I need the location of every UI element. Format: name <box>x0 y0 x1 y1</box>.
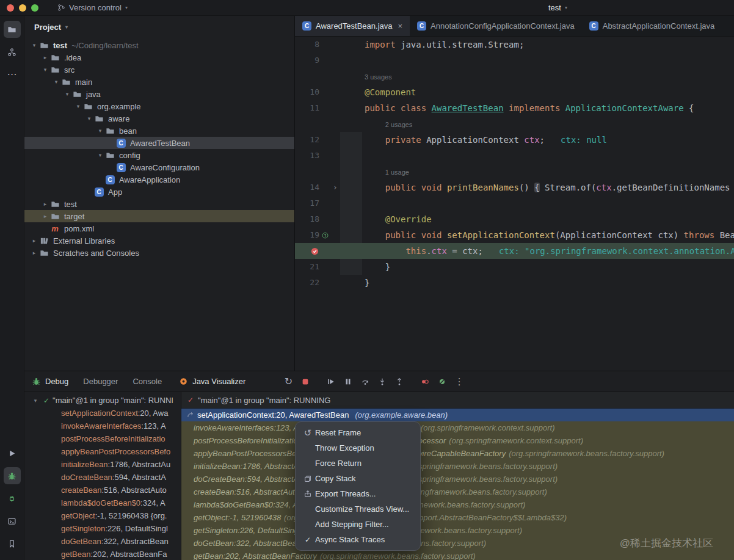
activity-debug-icon[interactable] <box>4 467 21 484</box>
code-vision-row[interactable]: 1 usage <box>295 164 734 180</box>
tab-console[interactable]: Console <box>133 377 162 386</box>
editor-tab-1[interactable]: CAnnotationConfigApplicationContext.java <box>410 16 582 36</box>
line-number[interactable] <box>295 247 319 256</box>
minimize-window-button[interactable] <box>19 4 26 12</box>
stack-frame-row[interactable]: getObject:-1, 521960438 (org.springframe… <box>181 511 734 524</box>
stack-frame-row[interactable]: applyBeanPostProcessorsBeforeInitializat… <box>181 447 734 460</box>
activity-project-icon[interactable] <box>4 21 21 38</box>
thread-frame-row[interactable]: createBean:516, AbstractAuto <box>24 484 181 496</box>
stack-frame-row[interactable]: postProcessBeforeInitialization:102, App… <box>181 434 734 447</box>
tree-item-config[interactable]: ▾config <box>24 149 294 161</box>
chevron-down-icon[interactable]: ▾ <box>84 115 94 122</box>
stop-icon[interactable] <box>298 374 313 389</box>
line-number[interactable]: 19 <box>295 227 319 243</box>
tree-item-test[interactable]: ▸test <box>24 198 294 210</box>
more-vertical-icon[interactable]: ⋮ <box>452 374 467 389</box>
stack-frame-row[interactable]: getBean:202, AbstractBeanFactory(org.spr… <box>181 550 734 560</box>
thread-frame-row[interactable]: applyBeanPostProcessorsBefo <box>24 445 181 458</box>
thread-frame-row[interactable]: getBean:202, AbstractBeanFa <box>24 548 181 560</box>
menu-item-export-threads[interactable]: Export Threads... <box>296 486 420 501</box>
thread-frame-row[interactable]: lambda$doGetBean$0:324, A <box>24 496 181 509</box>
line-number[interactable]: 12 <box>295 132 319 148</box>
code-vision-row[interactable]: 2 usages <box>295 116 734 132</box>
code-line-10[interactable]: 10@Component <box>295 84 734 100</box>
fold-collapsed-icon[interactable]: › <box>330 180 340 195</box>
chevron-right-icon[interactable]: ▸ <box>29 250 39 256</box>
code-line-8[interactable]: 8import java.util.stream.Stream; <box>295 37 734 53</box>
step-over-icon[interactable] <box>358 374 372 389</box>
line-number[interactable]: 10 <box>295 84 319 100</box>
activity-bookmark-icon[interactable] <box>4 535 21 552</box>
stack-frame-row[interactable]: createBean:516, AbstractAutowireCapableB… <box>181 485 734 498</box>
code-line-18[interactable]: 18 @Override <box>295 211 734 227</box>
chevron-down-icon[interactable]: ▾ <box>51 79 61 85</box>
tree-item-app[interactable]: CApp <box>24 186 294 198</box>
tree-item--idea[interactable]: ▸.idea <box>24 51 294 64</box>
tab-debugger[interactable]: Debugger <box>83 377 118 386</box>
stack-frame-row[interactable]: doCreateBean:594, AbstractAutowireCapabl… <box>181 473 734 485</box>
frames-header-row[interactable]: ✓ "main"@1 in group "main": RUNNING <box>181 392 734 409</box>
line-number[interactable]: 8 <box>295 37 319 53</box>
code-line-12[interactable]: 12 private ApplicationContext ctx;ctx: n… <box>295 132 734 148</box>
chevron-down-icon[interactable]: ▾ <box>95 128 105 134</box>
line-number[interactable]: 14 <box>295 180 319 195</box>
activity-terminal-icon[interactable] <box>4 512 21 529</box>
stack-frame-row[interactable]: invokeAwareInterfaces:123, ApplicationCo… <box>181 421 734 434</box>
view-breakpoints-icon[interactable] <box>418 374 432 389</box>
code-line-19[interactable]: 19 public void setApplicationContext(App… <box>295 227 734 243</box>
thread-frame-row[interactable]: setApplicationContext:20, Awa <box>24 407 181 420</box>
line-number[interactable]: 11 <box>295 100 319 116</box>
tree-item-pom-xml[interactable]: mpom.xml <box>24 222 294 235</box>
tree-item-awareapplication[interactable]: CAwareApplication <box>24 173 294 186</box>
tree-item-java[interactable]: ▾java <box>24 88 294 100</box>
code-line-13[interactable]: 13 <box>295 148 734 164</box>
tree-item-test[interactable]: ▾test~/Coding/learn/test <box>24 39 294 51</box>
stack-frame-row[interactable]: lambda$doGetBean$0:324, AbstractBeanFact… <box>181 498 734 511</box>
menu-item-copy-stack[interactable]: Copy Stack <box>296 471 420 486</box>
tree-item-src[interactable]: ▾src <box>24 64 294 76</box>
code-line-11[interactable]: 11public class AwaredTestBean implements… <box>295 100 734 116</box>
stack-frame-row[interactable]: setApplicationContext:20, AwaredTestBean… <box>181 409 734 421</box>
menu-item-customize-threads-view[interactable]: Customize Threads View... <box>296 501 420 517</box>
stack-frame-row[interactable]: initializeBean:1786, AbstractAutowireCap… <box>181 460 734 473</box>
tree-item-awareconfiguration[interactable]: CAwareConfiguration <box>24 161 294 173</box>
thread-frame-row[interactable]: doGetBean:322, AbstractBean <box>24 535 181 548</box>
line-number[interactable]: 21 <box>295 259 319 275</box>
tree-item-bean[interactable]: ▾bean <box>24 125 294 137</box>
thread-frame-row[interactable]: postProcessBeforeInitializatio <box>24 432 181 445</box>
tree-item-target[interactable]: ▸target <box>24 210 294 222</box>
chevron-down-icon[interactable]: ▾ <box>31 398 40 404</box>
menu-item-add-stepping-filter[interactable]: Add Stepping Filter... <box>296 517 420 532</box>
tree-item-awaredtestbean[interactable]: CAwaredTestBean <box>24 137 294 149</box>
thread-header-row[interactable]: ▾✓"main"@1 in group "main": RUNNI <box>24 394 181 407</box>
menu-item-throw-exception[interactable]: Throw Exception <box>296 440 420 456</box>
run-config-selector[interactable]: test ▾ <box>548 3 567 12</box>
menu-item-async-stack-traces[interactable]: ✓Async Stack Traces <box>296 532 420 547</box>
activity-vcs-icon[interactable] <box>4 43 21 60</box>
chevron-down-icon[interactable]: ▾ <box>73 103 83 109</box>
editor-tab-2[interactable]: CAbstractApplicationContext.java <box>582 16 722 36</box>
close-window-button[interactable] <box>7 4 14 12</box>
tree-item-aware[interactable]: ▾aware <box>24 112 294 125</box>
line-number[interactable]: 17 <box>295 195 319 211</box>
step-out-icon[interactable] <box>392 374 407 389</box>
code-vision-row[interactable]: 3 usages <box>295 68 734 84</box>
tree-item-scratches-and-consoles[interactable]: ▸Scratches and Consoles <box>24 247 294 259</box>
code-line-21[interactable]: 21 } <box>295 259 734 275</box>
tree-item-external-libraries[interactable]: ▸External Libraries <box>24 235 294 247</box>
override-gutter-icon[interactable] <box>319 231 330 239</box>
thread-frame-row[interactable]: invokeAwareInterfaces:123, A <box>24 420 181 432</box>
code-line-14[interactable]: 14› public void printBeanNames() { Strea… <box>295 180 734 195</box>
chevron-down-icon[interactable]: ▾ <box>95 152 105 158</box>
menu-item-force-return[interactable]: Force Return <box>296 456 420 471</box>
close-tab-icon[interactable]: × <box>398 21 403 31</box>
code-line-22[interactable]: 22} <box>295 275 734 291</box>
tree-item-main[interactable]: ▾main <box>24 76 294 88</box>
line-number[interactable]: 9 <box>295 53 319 68</box>
chevron-right-icon[interactable]: ▸ <box>29 238 39 244</box>
code-line-20[interactable]: this.ctx = ctx;ctx: "org.springframework… <box>295 243 734 259</box>
step-into-icon[interactable] <box>375 374 390 389</box>
tab-java-visualizer[interactable]: Java Visualizer <box>179 377 245 386</box>
rerun-icon[interactable]: ↻ <box>281 374 296 389</box>
editor-tab-0[interactable]: CAwaredTestBean.java× <box>295 16 410 36</box>
